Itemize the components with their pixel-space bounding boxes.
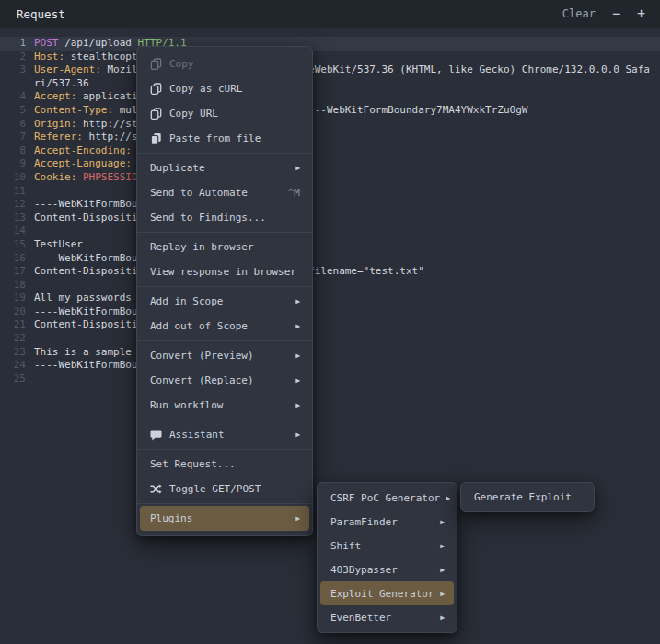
menu-item-assistant[interactable]: Assistant▶ — [140, 422, 309, 447]
line-number: 8 — [0, 144, 26, 158]
menu-item-add-out-of-scope[interactable]: Add out of Scope▶ — [140, 314, 309, 339]
line-number: 11 — [0, 185, 26, 199]
menu-item-send-to-findings[interactable]: Send to Findings... — [140, 205, 309, 230]
menu-item-label: Copy URL — [169, 108, 218, 120]
code-line[interactable]: 24----WebKitFormBoundary7MA4YWxkTrZu0gW — [0, 359, 660, 373]
menu-item-label: Run workflow — [150, 399, 223, 411]
menu-item-label: ParamFinder — [330, 516, 398, 528]
chevron-right-icon: ▶ — [290, 401, 300, 409]
code-line[interactable]: 7Referer: http://stealthcopter.example.c… — [0, 131, 660, 144]
code-text — [26, 279, 34, 293]
menu-item-paramfinder[interactable]: ParamFinder▶ — [320, 510, 454, 534]
menu-item-convert-preview[interactable]: Convert (Preview)▶ — [140, 343, 309, 368]
menu-item-view-response-in-browser[interactable]: View response in browser — [140, 259, 309, 284]
menu-item-403bypasser[interactable]: 403Bypasser▶ — [320, 558, 454, 581]
plus-icon: + — [637, 6, 645, 22]
menu-item-run-workflow[interactable]: Run workflow▶ — [140, 393, 309, 418]
code-line[interactable]: 3User-Agent: Mozilla/5.0 (X11; Linux x86… — [0, 63, 660, 77]
context-menu: CopyCopy as cURLCopy URLPaste from fileD… — [136, 46, 313, 536]
code-line[interactable]: 17Content-Disposition: form-data; name="… — [0, 265, 660, 279]
line-number: 10 — [0, 171, 26, 185]
menu-item-csrf-poc-generator[interactable]: CSRF PoC Generator▶ — [320, 486, 454, 510]
code-line[interactable]: 16----WebKitFormBoundary7MA4YWxkTrZu0gW — [0, 252, 660, 266]
code-line[interactable]: 10Cookie: PHPSESSID=secret123 — [0, 171, 660, 185]
menu-item-exploit-generator[interactable]: Exploit Generator▶ — [320, 581, 454, 605]
clear-button[interactable]: Clear — [562, 7, 596, 20]
code-line[interactable]: 19All my passwords are in here — [0, 292, 660, 305]
code-line[interactable]: 6Origin: http://stealthcopter.example.co… — [0, 118, 660, 132]
menu-item-replay-in-browser[interactable]: Replay in browser — [140, 235, 309, 259]
code-text — [26, 185, 34, 199]
paste-icon — [150, 132, 162, 144]
menu-item-label: Add in Scope — [150, 295, 223, 307]
menu-item-label: Toggle GET/POST — [169, 483, 261, 495]
panel-header: Request Clear − + — [0, 0, 660, 28]
menu-item-label: Plugins — [150, 512, 192, 524]
menu-item-label: 403Bypasser — [330, 564, 398, 576]
menu-item-send-to-automate[interactable]: Send to Automate^M — [140, 180, 309, 205]
code-line[interactable]: 2Host: stealthcopter.example.com — [0, 51, 660, 64]
menu-separator — [137, 232, 312, 233]
line-number: 24 — [0, 359, 26, 373]
panel-title: Request — [17, 7, 65, 21]
menu-item-label: Convert (Replace) — [150, 374, 254, 386]
menu-item-shift[interactable]: Shift▶ — [320, 534, 454, 558]
plugins-submenu: CSRF PoC Generator▶ParamFinder▶Shift▶403… — [317, 482, 457, 633]
menu-item-label: Send to Automate — [150, 187, 248, 199]
menu-item-label: Set Request... — [150, 458, 236, 470]
menu-item-toggle-get-post[interactable]: Toggle GET/POST — [140, 477, 309, 501]
menu-item-label: View response in browser — [150, 266, 296, 278]
menu-item-convert-replace[interactable]: Convert (Replace)▶ — [140, 368, 309, 393]
menu-separator — [137, 153, 312, 154]
code-text — [26, 373, 34, 386]
line-number: 3 — [0, 63, 26, 77]
menu-item-copy: Copy — [140, 52, 309, 76]
add-button[interactable]: + — [637, 7, 645, 21]
menu-item-paste-from-file[interactable]: Paste from file — [140, 126, 309, 151]
code-line[interactable]: 25 — [0, 373, 660, 386]
line-number: 25 — [0, 373, 26, 386]
code-line[interactable]: 9Accept-Language: en-US,en;q=0.9 — [0, 157, 660, 171]
line-number — [0, 77, 26, 91]
menu-item-copy-url[interactable]: Copy URL — [140, 101, 309, 126]
chevron-right-icon: ▶ — [440, 494, 450, 502]
code-line[interactable]: 22 — [0, 332, 660, 346]
line-number: 19 — [0, 292, 26, 305]
collapse-button[interactable]: − — [612, 7, 620, 21]
code-text — [26, 332, 34, 346]
menu-item-generate-exploit[interactable]: Generate Exploit — [464, 485, 591, 509]
code-line[interactable]: 4Accept: application/json — [0, 90, 660, 104]
menu-item-label: Paste from file — [169, 132, 261, 144]
line-number: 23 — [0, 346, 26, 360]
code-line[interactable]: 5Content-Type: multipart/form-data; boun… — [0, 104, 660, 118]
menu-separator — [137, 503, 312, 504]
code-line[interactable]: 12----WebKitFormBoundary7MA4YWxkTrZu0gW — [0, 198, 660, 212]
menu-item-label: Replay in browser — [150, 241, 254, 253]
code-line[interactable]: 20----WebKitFormBoundary7MA4YWxkTrZu0gW — [0, 305, 660, 319]
code-line[interactable]: 15TestUser — [0, 238, 660, 252]
code-line[interactable]: 23This is a sample text file — [0, 346, 660, 360]
code-line[interactable]: 11 — [0, 185, 660, 199]
menu-item-copy-as-curl[interactable]: Copy as cURL — [140, 76, 309, 101]
menu-item-plugins[interactable]: Plugins▶ — [140, 506, 309, 531]
code-line[interactable]: 14 — [0, 224, 660, 238]
code-line[interactable]: ri/537.36 — [0, 77, 660, 91]
menu-item-evenbetter[interactable]: EvenBetter▶ — [320, 605, 454, 629]
code-line[interactable]: 13Content-Disposition: form-data; name="… — [0, 212, 660, 225]
menu-separator — [137, 340, 312, 341]
menu-item-set-request[interactable]: Set Request... — [140, 452, 309, 477]
chevron-right-icon: ▶ — [290, 322, 300, 330]
code-line[interactable]: 21Content-Disposition: form-data; name="… — [0, 318, 660, 332]
chevron-right-icon: ▶ — [290, 431, 300, 439]
minus-icon: − — [612, 6, 620, 22]
chat-bubble-icon — [150, 429, 162, 441]
code-line[interactable]: 1POST /api/upload HTTP/1.1 — [0, 37, 660, 51]
line-number: 20 — [0, 305, 26, 319]
line-number: 17 — [0, 265, 26, 279]
menu-item-add-in-scope[interactable]: Add in Scope▶ — [140, 289, 309, 314]
copy-icon — [150, 83, 162, 95]
code-line[interactable]: 18 — [0, 279, 660, 293]
code-line[interactable]: 8Accept-Encoding: gzip, deflate, br — [0, 144, 660, 158]
line-number: 12 — [0, 198, 26, 212]
menu-item-duplicate[interactable]: Duplicate▶ — [140, 155, 309, 180]
